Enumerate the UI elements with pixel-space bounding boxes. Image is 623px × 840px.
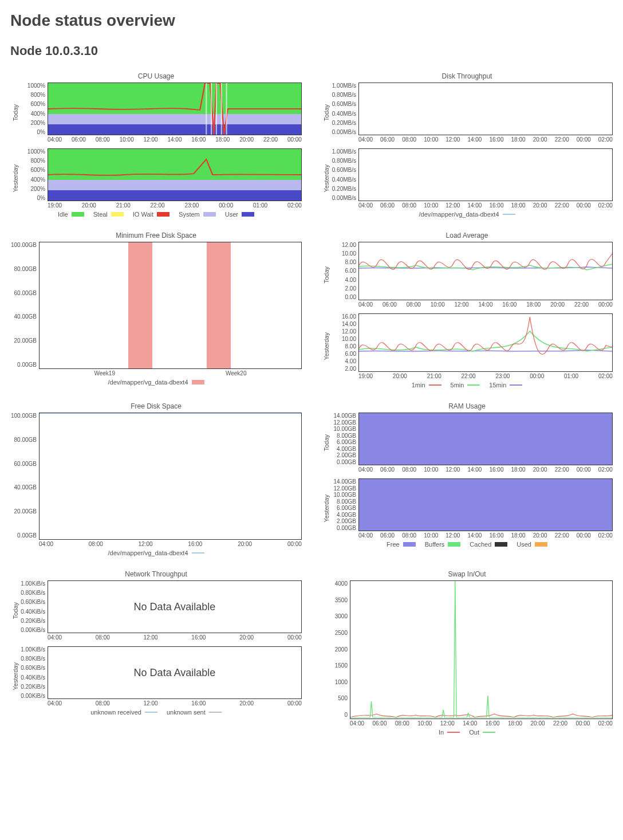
legend-item: /dev/mapper/vg_data-dbext4 <box>108 549 204 556</box>
legend-item: System <box>179 211 216 218</box>
min-free-disk-block: Minimum Free Disk Space 100.00GB80.00GB6… <box>10 228 302 388</box>
legend-item: Free <box>387 541 416 548</box>
free-disk-block: Free Disk Space 100.00GB80.00GB60.00GB40… <box>10 399 302 556</box>
legend-item: unknown sent <box>167 709 222 716</box>
no-data-label: No Data Available <box>48 647 301 698</box>
legend-item: In <box>439 729 460 736</box>
cpu-usage-block: CPU Usage Today 1000%800%600%400%200%0% <box>10 69 302 218</box>
legend-item: User <box>225 211 254 218</box>
legend-item: 1min <box>412 382 441 388</box>
min-free-disk-title: Minimum Free Disk Space <box>10 231 302 240</box>
legend-item: Steal <box>93 211 124 218</box>
disk-throughput-title: Disk Throughput <box>321 72 613 80</box>
legend-item: IO Wait <box>133 211 169 218</box>
svg-rect-5 <box>48 190 301 201</box>
node-title: Node 10.0.3.10 <box>10 44 613 58</box>
disk-throughput-block: Disk Throughput Today 1.00MB/s0.80MB/s0.… <box>321 69 613 218</box>
net-title: Network Throughput <box>10 570 302 578</box>
legend-item: Used <box>516 541 547 548</box>
cpu-title: CPU Usage <box>10 72 302 80</box>
today-label: Today <box>10 104 19 121</box>
free-disk-title: Free Disk Space <box>10 402 302 410</box>
legend-item: Buffers <box>425 541 461 548</box>
legend-item: Idle <box>58 211 84 218</box>
svg-rect-2 <box>48 124 301 135</box>
legend-item: Cached <box>470 541 507 548</box>
legend-item: 15min <box>489 382 522 388</box>
load-avg-title: Load Average <box>321 231 613 240</box>
no-data-label: No Data Available <box>48 581 301 633</box>
swap-block: Swap In/Out 4000350030002500200015001000… <box>321 567 613 736</box>
legend-item: /dev/mapper/vg_data-dbext4 <box>419 211 515 218</box>
load-avg-block: Load Average Today 12.0010.008.006.004.0… <box>321 228 613 388</box>
ram-title: RAM Usage <box>321 402 613 410</box>
legend-item: Out <box>469 729 495 736</box>
ram-block: RAM Usage Today 14.00GB12.00GB10.00GB8.0… <box>321 399 613 556</box>
legend-item: /dev/mapper/vg_data-dbext4 <box>108 379 204 386</box>
swap-title: Swap In/Out <box>321 570 613 578</box>
legend-item: 5min <box>451 382 480 388</box>
legend-item: unknown received <box>90 709 157 716</box>
net-block: Network Throughput Today 1.00KiB/s0.80Ki… <box>10 567 302 736</box>
page-title: Node status overview <box>10 11 613 30</box>
yesterday-label: Yesterday <box>10 164 19 193</box>
